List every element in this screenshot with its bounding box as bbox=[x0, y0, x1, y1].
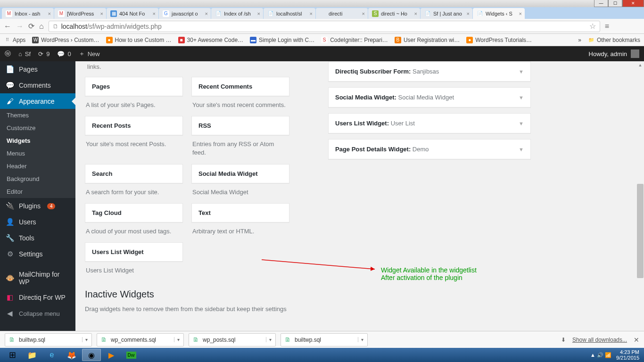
available-widget[interactable]: Pages bbox=[85, 77, 183, 96]
available-widget[interactable]: Tag Cloud bbox=[85, 203, 183, 222]
menu-plugins[interactable]: 🔌Plugins4 bbox=[0, 198, 75, 214]
download-menu-icon[interactable]: ▾ bbox=[358, 337, 363, 342]
window-maximize[interactable]: ☐ bbox=[608, 0, 622, 7]
browser-tab[interactable]: 📄Index of /sh× bbox=[211, 8, 263, 19]
menu-users[interactable]: 👤Users bbox=[0, 214, 75, 230]
show-all-downloads[interactable]: Show all downloads... bbox=[572, 337, 627, 343]
download-item[interactable]: 🗎wp_comments.sql▾ bbox=[97, 333, 184, 346]
download-item[interactable]: 🗎builtwp.sql▾ bbox=[5, 333, 92, 346]
bookmark-item[interactable]: ■30+ Awesome Code… bbox=[178, 37, 244, 43]
close-icon[interactable]: × bbox=[519, 11, 522, 16]
close-downloads-bar[interactable]: ✕ bbox=[634, 336, 639, 344]
browser-tab[interactable]: 📄Widgets ‹ S× bbox=[473, 8, 525, 19]
available-widget[interactable]: RSS bbox=[191, 116, 289, 135]
sidebar-widget[interactable]: Directiq Subscriber Form: Sanjibsas▼ bbox=[328, 61, 531, 82]
clock[interactable]: 4:23 PM 9/21/2015 bbox=[616, 349, 639, 361]
browser-tab[interactable]: directi× bbox=[316, 8, 368, 19]
new-content[interactable]: ＋New bbox=[79, 49, 100, 58]
browser-tab[interactable]: Gjavascript o× bbox=[159, 8, 211, 19]
howdy-text[interactable]: Howdy, admin bbox=[589, 50, 627, 58]
back-button[interactable]: ← bbox=[4, 22, 11, 31]
scroll-up-icon[interactable]: ▲ bbox=[636, 61, 644, 69]
forward-button[interactable]: → bbox=[16, 22, 24, 31]
available-widget[interactable]: Users List Widget bbox=[85, 242, 183, 262]
menu-comments[interactable]: 💬Comments bbox=[0, 77, 75, 93]
browser-tab[interactable]: M[WordPress× bbox=[54, 8, 106, 19]
media-icon[interactable]: ▶ bbox=[102, 349, 121, 361]
menu-settings[interactable]: ⚙Settings bbox=[0, 246, 75, 262]
available-widget[interactable]: Recent Posts bbox=[85, 116, 183, 135]
scrollbar[interactable]: ▲ bbox=[636, 61, 644, 331]
bookmark-item[interactable]: BUser Registration wi… bbox=[395, 37, 460, 43]
bookmark-item[interactable]: ●WordPress Tutorials… bbox=[466, 37, 532, 43]
bookmarks-overflow[interactable]: » bbox=[578, 37, 581, 43]
close-icon[interactable]: × bbox=[153, 11, 156, 16]
available-widget[interactable]: Recent Comments bbox=[191, 77, 289, 96]
bookmark-item[interactable]: ⠿Apps bbox=[4, 37, 25, 43]
submenu-themes[interactable]: Themes bbox=[0, 109, 75, 122]
bookmark-item[interactable]: ●How to use Custom … bbox=[106, 37, 172, 43]
window-minimize[interactable]: — bbox=[594, 0, 608, 7]
avatar[interactable] bbox=[631, 49, 639, 58]
close-icon[interactable]: × bbox=[310, 11, 313, 16]
collapse-menu[interactable]: ◀Collapse menu bbox=[0, 305, 75, 321]
submenu-header[interactable]: Header bbox=[0, 160, 75, 173]
chevron-down-icon[interactable]: ▼ bbox=[519, 147, 524, 152]
browser-tab[interactable]: Sdirecti ~ Ho× bbox=[368, 8, 420, 19]
download-menu-icon[interactable]: ▾ bbox=[82, 337, 88, 342]
bookmark-star-icon[interactable]: ☆ bbox=[589, 22, 596, 31]
comments-link[interactable]: 💬0 bbox=[57, 50, 71, 58]
download-item[interactable]: 🗎wp_posts.sql▾ bbox=[189, 333, 276, 346]
scroll-thumb[interactable] bbox=[637, 184, 644, 278]
sidebar-widget[interactable]: Page Post Details Widget: Demo▼ bbox=[328, 139, 531, 159]
submenu-background[interactable]: Background bbox=[0, 173, 75, 185]
menu-tools[interactable]: 🔧Tools bbox=[0, 230, 75, 246]
sidebar-widget[interactable]: Users List Widget: User List▼ bbox=[328, 113, 531, 133]
ie-icon[interactable]: e bbox=[42, 349, 61, 361]
menu-mailchimp[interactable]: 🐵MailChimp for WP bbox=[0, 267, 75, 289]
reload-button[interactable]: ⟳ bbox=[28, 22, 34, 31]
download-item[interactable]: 🗎builtwp.sql▾ bbox=[281, 333, 368, 346]
chevron-down-icon[interactable]: ▼ bbox=[519, 69, 524, 74]
browser-tab[interactable]: ▦404 Not Fo× bbox=[107, 8, 158, 19]
close-icon[interactable]: × bbox=[414, 11, 417, 16]
available-widget[interactable]: Search bbox=[85, 164, 183, 183]
submenu-customize[interactable]: Customize bbox=[0, 122, 75, 134]
browser-tab[interactable]: 📄localhost/sl× bbox=[264, 8, 315, 19]
sidebar-widget[interactable]: Social Media Widget: Social Media Widget… bbox=[328, 87, 531, 107]
chrome-menu-icon[interactable]: ≡ bbox=[605, 22, 609, 31]
submenu-menus[interactable]: Menus bbox=[0, 147, 75, 160]
firefox-icon[interactable]: 🦊 bbox=[62, 349, 81, 361]
address-bar[interactable]: 🗋 localhost/sf/wp-admin/widgets.php ☆ bbox=[49, 21, 600, 32]
browser-tab[interactable]: MInbox - ash× bbox=[2, 8, 54, 19]
chevron-down-icon[interactable]: ▼ bbox=[519, 121, 524, 126]
bookmark-item[interactable]: WWordPress › Custom… bbox=[32, 37, 99, 43]
home-button[interactable]: ⌂ bbox=[39, 22, 44, 31]
bookmark-item[interactable]: SCodeIgniter:: Prepari… bbox=[321, 37, 388, 43]
available-widget[interactable]: Social Media Widget bbox=[191, 164, 289, 183]
available-widget[interactable]: Text bbox=[191, 203, 289, 222]
other-bookmarks[interactable]: 📁Other bookmarks bbox=[588, 37, 640, 43]
chrome-icon[interactable]: ◉ bbox=[82, 349, 101, 361]
menu-pages[interactable]: 📄Pages bbox=[0, 61, 75, 77]
wp-logo[interactable]: ⓦ bbox=[5, 49, 11, 58]
browser-tab[interactable]: 📄Sf | Just ano× bbox=[421, 8, 472, 19]
close-icon[interactable]: × bbox=[467, 11, 470, 16]
window-close[interactable]: ✕ bbox=[622, 0, 644, 7]
download-menu-icon[interactable]: ▾ bbox=[266, 337, 272, 342]
submenu-widgets[interactable]: Widgets bbox=[0, 134, 75, 147]
menu-appearance[interactable]: 🖌Appearance bbox=[0, 93, 75, 109]
close-icon[interactable]: × bbox=[362, 11, 365, 16]
submenu-editor[interactable]: Editor bbox=[0, 185, 75, 198]
close-icon[interactable]: × bbox=[257, 11, 260, 16]
menu-directiq[interactable]: ◧Directiq For WP bbox=[0, 289, 75, 305]
chevron-down-icon[interactable]: ▼ bbox=[519, 95, 524, 100]
explorer-icon[interactable]: 📁 bbox=[23, 349, 41, 361]
bookmark-item[interactable]: ▬Simple Login with C… bbox=[250, 37, 314, 43]
site-link[interactable]: ⌂Sf bbox=[18, 50, 31, 58]
close-icon[interactable]: × bbox=[205, 11, 208, 16]
close-icon[interactable]: × bbox=[100, 11, 103, 16]
updates-link[interactable]: ⟳9 bbox=[38, 50, 50, 58]
dreamweaver-icon[interactable]: Dw bbox=[122, 349, 140, 361]
tray-icons[interactable]: ▲ 🔊 📶 bbox=[590, 352, 611, 358]
